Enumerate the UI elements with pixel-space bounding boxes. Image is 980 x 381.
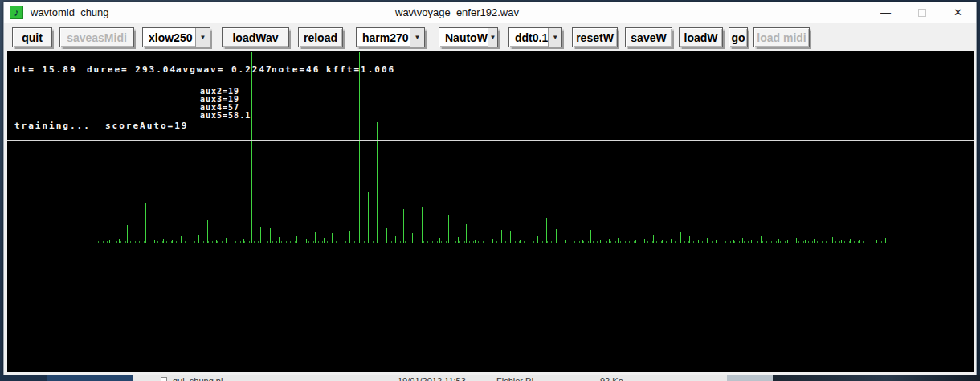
- app-window: ♪ wavtomid_chung wav\voyage_enfer192.wav…: [3, 2, 977, 375]
- stat-text: avgwav= 0.2247: [176, 64, 273, 75]
- desktop-photo-fragment: [773, 375, 980, 381]
- close-button[interactable]: ✕: [940, 2, 976, 23]
- nautow-select-value: NautoW: [445, 31, 488, 44]
- spectrum-tick: [354, 241, 355, 243]
- loadwav-button[interactable]: loadWav: [222, 27, 289, 47]
- ddt-select[interactable]: ddt0.1 ▼: [508, 27, 562, 47]
- spectrum-spike: [537, 236, 538, 243]
- spectrum-tick: [712, 241, 713, 243]
- stat-text: duree= 293.04: [87, 64, 177, 75]
- training-status: training...: [14, 121, 91, 131]
- spectrum-tick: [432, 241, 433, 243]
- spectrum-tick: [579, 241, 580, 243]
- spectrum-tick: [734, 241, 735, 243]
- spectrum-tick: [561, 241, 561, 243]
- maximize-icon: [918, 9, 926, 17]
- stat-text: kfft=1.006: [326, 64, 395, 75]
- spectrum-tick: [766, 241, 767, 243]
- spectrum-spike: [475, 240, 476, 243]
- chevron-down-icon[interactable]: ▼: [548, 28, 561, 47]
- spectrum-tick: [112, 241, 112, 243]
- spectrum-tick: [318, 241, 319, 243]
- spectrum-tick: [515, 241, 516, 243]
- spectrum-tick: [488, 241, 488, 243]
- spectrum-tick: [405, 241, 406, 243]
- spectrum-tick: [625, 241, 626, 243]
- spectrum-tick: [794, 241, 794, 243]
- spectrum-tick: [790, 241, 790, 243]
- spectrum-spike: [243, 239, 244, 243]
- stats-line: dt= 15.89duree= 293.04avgwav= 0.2247note…: [7, 64, 974, 76]
- spectrum-tick: [410, 241, 410, 243]
- chevron-down-icon[interactable]: ▼: [488, 28, 497, 47]
- spectrum-spike: [618, 238, 619, 243]
- chevron-down-icon[interactable]: ▼: [195, 28, 210, 47]
- spectrum-tick: [620, 241, 621, 243]
- spectrum-spike: [458, 237, 459, 243]
- spectrum-tick: [313, 241, 314, 243]
- spectrum-spike: [742, 238, 743, 243]
- spectrum-spike: [235, 233, 235, 243]
- spectrum-tick: [153, 241, 153, 243]
- spectrum-spike: [492, 239, 493, 243]
- spectrum-spike: [627, 229, 627, 243]
- reload-button[interactable]: reload: [298, 27, 343, 47]
- spectrum-tick: [872, 241, 872, 243]
- file-checkbox[interactable]: [161, 377, 167, 381]
- spectrum-tick: [419, 241, 419, 243]
- go-button[interactable]: go: [729, 27, 748, 47]
- spectrum-spike: [850, 239, 851, 243]
- spectrum-spike: [172, 240, 173, 243]
- loadw-button[interactable]: loadW: [679, 27, 723, 47]
- xlow-select[interactable]: xlow250 ▼: [142, 27, 210, 47]
- savew-button[interactable]: saveW: [625, 27, 672, 47]
- spectrum-tick: [373, 241, 374, 243]
- spectrum-spike: [868, 236, 868, 243]
- spectrum-tick: [656, 241, 657, 243]
- spectrum-spike: [163, 239, 164, 243]
- harm-select[interactable]: harm270 ▼: [356, 27, 425, 47]
- quit-button[interactable]: quit: [12, 27, 52, 47]
- explorer-pane-fragment: [727, 375, 773, 381]
- minimize-button[interactable]: —: [868, 2, 904, 23]
- spectrum-tick: [780, 241, 781, 243]
- spectrum-tick: [382, 241, 382, 243]
- spectrum-canvas[interactable]: dt= 15.89duree= 293.04avgwav= 0.2247note…: [7, 51, 974, 372]
- spectrum-tick: [364, 241, 365, 243]
- score-auto-value: scoreAuto=19: [105, 121, 188, 131]
- spectrum-tick: [757, 241, 758, 243]
- chevron-down-icon[interactable]: ▼: [410, 28, 424, 47]
- spectrum-tick: [533, 241, 534, 243]
- spectrum-spike: [466, 224, 467, 243]
- spectrum-spike: [100, 238, 100, 243]
- spectrum-tick: [441, 241, 442, 243]
- horizontal-divider-line: [7, 140, 974, 141]
- file-name[interactable]: qui_chung.pl: [173, 376, 223, 381]
- spectrum-spike: [653, 235, 654, 243]
- spectrum-tick: [107, 241, 108, 243]
- spectrum-spike: [689, 236, 690, 243]
- minimize-icon: —: [880, 6, 891, 18]
- spectrum-spike: [796, 238, 797, 243]
- spectrum-tick: [300, 241, 300, 243]
- spectrum-tick: [103, 241, 104, 243]
- spectrum-spike: [600, 240, 601, 243]
- spectrum-tick: [176, 241, 177, 243]
- spectrum-tick: [574, 241, 575, 243]
- spectrum-spike: [226, 238, 227, 243]
- spectrum-tick: [144, 241, 145, 243]
- loadmidi-button: load midi: [753, 27, 810, 47]
- spectrum-tick: [744, 241, 745, 243]
- spectrum-spike: [671, 239, 672, 243]
- spectrum-tick: [808, 241, 809, 243]
- spectrum-tick: [437, 241, 438, 243]
- nautow-select[interactable]: NautoW ▼: [439, 27, 498, 47]
- spectrum-spike: [260, 227, 261, 243]
- spectrum-spike: [662, 240, 663, 243]
- spectrum-spike: [787, 240, 788, 243]
- background-window-strip: qui_chung.pl 19/01/2012 11:53 Fichier PL…: [0, 375, 980, 381]
- spectrum-spike: [341, 230, 341, 243]
- resetw-button[interactable]: resetW: [572, 27, 618, 47]
- spectrum-spike: [832, 237, 833, 243]
- spectrum-tick: [446, 241, 447, 243]
